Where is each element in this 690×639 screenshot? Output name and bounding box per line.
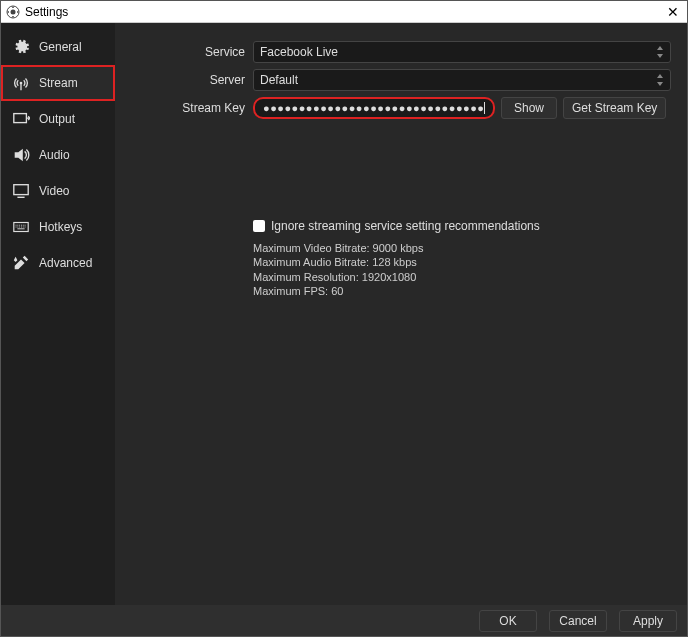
service-row: Service Facebook Live bbox=[131, 41, 671, 63]
sidebar-item-label: General bbox=[39, 40, 82, 54]
get-stream-key-button[interactable]: Get Stream Key bbox=[563, 97, 666, 119]
sidebar-item-audio[interactable]: Audio bbox=[1, 137, 115, 173]
gear-icon bbox=[11, 37, 31, 57]
titlebar: Settings ✕ bbox=[1, 1, 687, 23]
svg-rect-4 bbox=[14, 185, 28, 195]
max-fps: Maximum FPS: 60 bbox=[253, 284, 671, 298]
stream-key-row: Stream Key ●●●●●●●●●●●●●●●●●●●●●●●●●●●●●… bbox=[131, 97, 671, 119]
sidebar-item-label: Advanced bbox=[39, 256, 92, 270]
server-value: Default bbox=[260, 73, 298, 87]
max-resolution: Maximum Resolution: 1920x1080 bbox=[253, 270, 671, 284]
sidebar-item-label: Hotkeys bbox=[39, 220, 82, 234]
settings-window: Settings ✕ General Stream bbox=[0, 0, 688, 637]
updown-icon bbox=[656, 74, 664, 86]
service-combo[interactable]: Facebook Live bbox=[253, 41, 671, 63]
monitor-icon bbox=[11, 181, 31, 201]
service-value: Facebook Live bbox=[260, 45, 338, 59]
sidebar-item-advanced[interactable]: Advanced bbox=[1, 245, 115, 281]
tools-icon bbox=[11, 253, 31, 273]
sidebar-item-label: Audio bbox=[39, 148, 70, 162]
app-icon bbox=[5, 4, 21, 20]
ignore-recommendations-row: Ignore streaming service setting recomme… bbox=[253, 219, 671, 233]
content-panel: Service Facebook Live Server Default bbox=[115, 23, 687, 605]
sidebar-item-label: Output bbox=[39, 112, 75, 126]
ignore-recommendations-label: Ignore streaming service setting recomme… bbox=[271, 219, 540, 233]
output-icon bbox=[11, 109, 31, 129]
sidebar-item-label: Video bbox=[39, 184, 69, 198]
bottom-bar: OK Cancel Apply bbox=[1, 605, 687, 636]
antenna-icon bbox=[11, 73, 31, 93]
show-button[interactable]: Show bbox=[501, 97, 557, 119]
sidebar-item-video[interactable]: Video bbox=[1, 173, 115, 209]
server-combo[interactable]: Default bbox=[253, 69, 671, 91]
sidebar-item-hotkeys[interactable]: Hotkeys bbox=[1, 209, 115, 245]
window-title: Settings bbox=[25, 5, 68, 19]
max-video-bitrate: Maximum Video Bitrate: 9000 kbps bbox=[253, 241, 671, 255]
sidebar-item-stream[interactable]: Stream bbox=[1, 65, 115, 101]
svg-rect-3 bbox=[14, 114, 27, 123]
service-label: Service bbox=[131, 45, 253, 59]
ok-button[interactable]: OK bbox=[479, 610, 537, 632]
ignore-recommendations-checkbox[interactable] bbox=[253, 220, 265, 232]
sidebar-item-general[interactable]: General bbox=[1, 29, 115, 65]
close-icon[interactable]: ✕ bbox=[663, 4, 683, 20]
speaker-icon bbox=[11, 145, 31, 165]
svg-point-1 bbox=[11, 9, 16, 14]
apply-button[interactable]: Apply bbox=[619, 610, 677, 632]
sidebar-item-output[interactable]: Output bbox=[1, 101, 115, 137]
text-cursor bbox=[484, 102, 485, 114]
max-audio-bitrate: Maximum Audio Bitrate: 128 kbps bbox=[253, 255, 671, 269]
stream-key-input[interactable]: ●●●●●●●●●●●●●●●●●●●●●●●●●●●●●●●●●●●●●●●● bbox=[253, 97, 495, 119]
server-row: Server Default bbox=[131, 69, 671, 91]
stream-key-mask: ●●●●●●●●●●●●●●●●●●●●●●●●●●●●●●●●●●●●●●●● bbox=[263, 102, 483, 114]
updown-icon bbox=[656, 46, 664, 58]
cancel-button[interactable]: Cancel bbox=[549, 610, 607, 632]
sidebar-item-label: Stream bbox=[39, 76, 78, 90]
window-body: General Stream bbox=[1, 23, 687, 605]
keyboard-icon bbox=[11, 217, 31, 237]
info-area: Ignore streaming service setting recomme… bbox=[131, 219, 671, 298]
server-label: Server bbox=[131, 73, 253, 87]
stream-key-label: Stream Key bbox=[131, 101, 253, 115]
sidebar: General Stream bbox=[1, 23, 115, 605]
